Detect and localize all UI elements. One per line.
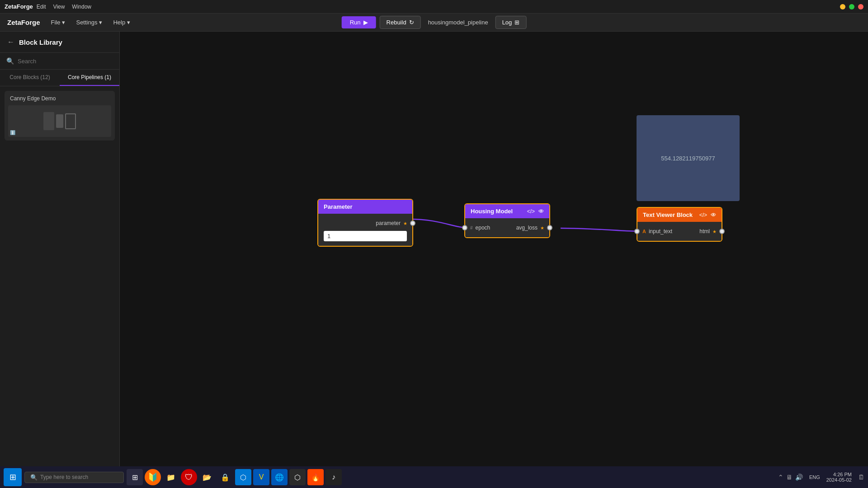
refresh-icon: ↻ xyxy=(409,19,414,26)
block-housing-body: # epoch avg_loss ★ xyxy=(465,218,549,237)
taskbar-apps: ⊞ 🔰 📁 🛡 📂 🔒 ⬡ V 🌐 xyxy=(127,469,342,485)
preview-value: 554.1282119750977 xyxy=(661,155,715,162)
connections-svg xyxy=(120,32,868,488)
rebuild-label: Rebuild xyxy=(387,19,406,26)
volume-icon[interactable]: 🔊 xyxy=(795,474,803,481)
taskbar-clock: 4:26 PM xyxy=(826,472,852,477)
app7-icon: V xyxy=(259,473,264,481)
block-parameter-title: Parameter xyxy=(324,203,353,210)
pipeline-thumbnail: ℹ️ xyxy=(8,105,111,137)
taskbar-app-8[interactable]: 🌐 xyxy=(271,469,288,485)
windows-icon: ⊞ xyxy=(9,472,16,482)
monitor-icon[interactable]: 🖥 xyxy=(786,474,793,481)
app4-icon: 📂 xyxy=(203,473,212,482)
info-icon[interactable]: ℹ️ xyxy=(10,130,15,135)
taskbar-app-11[interactable]: ♪ xyxy=(326,469,342,485)
taskbar-language: ENG xyxy=(809,474,820,480)
menu-help[interactable]: Help ▾ xyxy=(113,19,130,26)
menubar: ZetaForge File ▾ Settings ▾ Help ▾ Run ▶… xyxy=(0,14,868,32)
log-button[interactable]: Log ⊞ xyxy=(495,16,527,29)
sidebar-header: ← Block Library xyxy=(0,32,119,53)
taskbar-date: 2024-05-02 xyxy=(826,477,852,483)
port-avgloss-out: avg_loss ★ xyxy=(516,225,544,231)
menu-file[interactable]: File ▾ xyxy=(51,19,66,26)
port-inputtext-label: input_text xyxy=(649,228,672,235)
app-logo: ZetaForge xyxy=(7,19,40,26)
run-button[interactable]: Run ▶ xyxy=(342,16,376,28)
taskbar-app-6[interactable]: ⬡ xyxy=(235,469,251,485)
thumb-block-3 xyxy=(65,113,76,129)
taskbar-app-2[interactable]: 📁 xyxy=(163,469,179,485)
port-parameter-label: parameter xyxy=(376,220,401,226)
taskbar-search-icon: 🔍 xyxy=(30,474,38,481)
block-library-title: Block Library xyxy=(19,38,62,46)
app2-icon: 📁 xyxy=(166,473,175,482)
chevron-up-icon[interactable]: ⌃ xyxy=(778,474,783,481)
taskbar-left: ⊞ 🔍 Type here to search ⊞ 🔰 📁 🛡 📂 🔒 xyxy=(4,468,342,486)
port-dot-epoch-in[interactable] xyxy=(462,225,467,230)
search-input[interactable] xyxy=(18,58,113,65)
port-dot-html-out[interactable] xyxy=(719,229,725,234)
port-row-textviewer: A input_text html ★ xyxy=(643,226,716,236)
eye-icon-2[interactable]: 👁 xyxy=(711,212,716,218)
taskbar-app-9[interactable]: ⬡ xyxy=(289,469,306,485)
pipeline-name[interactable]: housingmodel_pipeline xyxy=(425,17,492,28)
taskbar-app-taskview[interactable]: ⊞ xyxy=(127,469,143,485)
titlebar-menus: Edit View Window xyxy=(37,4,91,10)
taskbar: ⊞ 🔍 Type here to search ⊞ 🔰 📁 🛡 📂 🔒 xyxy=(0,466,868,488)
taskbar-app-5[interactable]: 🔒 xyxy=(217,469,233,485)
pipeline-item-title: Canny Edge Demo xyxy=(8,94,111,103)
taskbar-app-3[interactable]: 🛡 xyxy=(181,469,197,485)
port-dot-parameter-out[interactable] xyxy=(410,221,415,226)
port-dot-avgloss-out[interactable] xyxy=(547,225,552,230)
eye-icon[interactable]: 👁 xyxy=(538,208,544,215)
port-parameter-out: parameter ★ xyxy=(376,220,407,226)
code-icon-2[interactable]: </> xyxy=(699,212,707,218)
letter-icon: A xyxy=(642,229,646,234)
notification-icon[interactable]: 🗓 xyxy=(858,474,864,481)
rebuild-button[interactable]: Rebuild ↻ xyxy=(380,16,421,29)
tab-core-blocks[interactable]: Core Blocks (12) xyxy=(0,70,60,86)
tab-core-pipelines[interactable]: Core Pipelines (1) xyxy=(60,70,119,86)
preview-panel: 554.1282119750977 xyxy=(637,115,740,201)
titlebar: ZetaForge Edit View Window xyxy=(0,0,868,14)
block-housing-actions: </> 👁 xyxy=(527,208,544,215)
close-button[interactable] xyxy=(858,4,863,9)
port-row-housing: # epoch avg_loss ★ xyxy=(471,223,544,233)
block-housing-header: Housing Model </> 👁 xyxy=(465,204,549,218)
star-icon-2: ★ xyxy=(540,225,544,230)
taskbar-app-10[interactable]: 🔥 xyxy=(307,469,324,485)
log-label: Log xyxy=(502,19,512,26)
menu-edit[interactable]: Edit xyxy=(37,4,46,10)
taskbar-search[interactable]: 🔍 Type here to search xyxy=(24,472,124,483)
start-button[interactable]: ⊞ xyxy=(4,468,22,486)
window-controls xyxy=(840,4,863,9)
app8-icon: 🌐 xyxy=(275,473,284,482)
block-textviewer-title: Text Viewer Block xyxy=(643,211,693,218)
port-epoch-label: epoch xyxy=(476,225,491,231)
port-epoch-in: # epoch xyxy=(471,225,490,231)
thumb-block-1 xyxy=(43,112,54,130)
taskbar-app-7[interactable]: V xyxy=(253,469,269,485)
menu-window[interactable]: Window xyxy=(72,4,91,10)
parameter-value-input[interactable] xyxy=(324,231,407,241)
taskbar-app-1[interactable]: 🔰 xyxy=(145,469,161,485)
port-inputtext-in: A input_text xyxy=(643,228,672,235)
block-parameter-body: parameter ★ xyxy=(318,214,412,246)
port-dot-inputtext-in[interactable] xyxy=(634,229,640,234)
block-housing-model: Housing Model </> 👁 # epoch avg_loss ★ xyxy=(464,203,550,238)
play-icon: ▶ xyxy=(363,19,368,26)
port-row-parameter: parameter ★ xyxy=(324,218,407,228)
taskbar-app-4[interactable]: 📂 xyxy=(199,469,215,485)
run-label: Run xyxy=(350,19,361,26)
canvas[interactable]: 554.1282119750977 Parameter parameter ★ xyxy=(120,32,868,488)
back-icon[interactable]: ← xyxy=(7,38,14,46)
pipeline-item-canny[interactable]: Canny Edge Demo ℹ️ xyxy=(5,91,115,141)
minimize-button[interactable] xyxy=(840,4,845,9)
app10-icon: 🔥 xyxy=(311,473,320,482)
menu-view[interactable]: View xyxy=(53,4,65,10)
menu-settings[interactable]: Settings ▾ xyxy=(76,19,102,26)
block-text-viewer: Text Viewer Block </> 👁 A input_text htm… xyxy=(637,207,722,242)
maximize-button[interactable] xyxy=(849,4,854,9)
code-icon[interactable]: </> xyxy=(527,208,535,215)
